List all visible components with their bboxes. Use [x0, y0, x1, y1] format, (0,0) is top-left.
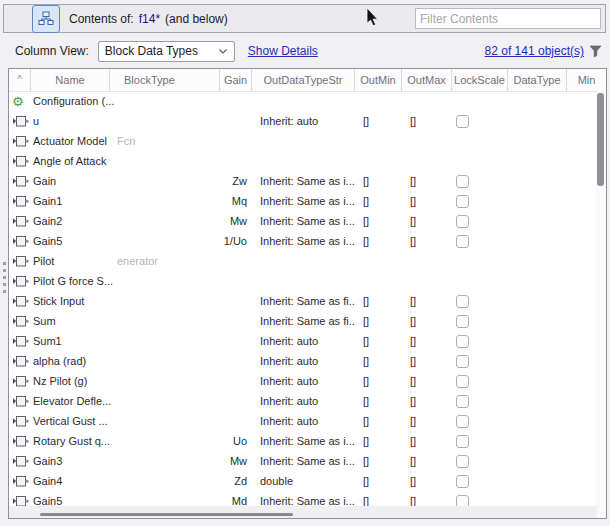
funnel-icon[interactable] [588, 44, 603, 59]
cell-min [567, 231, 597, 251]
cell-out-data-type [252, 251, 355, 271]
table-row[interactable]: uInherit: auto[][] [9, 111, 597, 131]
cell-out-min: [] [355, 231, 402, 251]
column-header-gain[interactable]: Gain [220, 69, 252, 91]
cell-min [567, 471, 597, 491]
column-header-name[interactable]: Name [31, 69, 110, 91]
table-row[interactable]: Rotary Gust q...UoInherit: Same as i...[… [9, 431, 597, 451]
lockscale-checkbox[interactable] [456, 495, 469, 507]
table-row[interactable]: Gain5MdInherit: Same as i...[][] [9, 491, 597, 506]
cell-out-max: [] [402, 171, 452, 191]
cell-data-type [508, 171, 567, 191]
vertical-scrollbar-thumb[interactable] [597, 93, 604, 186]
cell-icon [9, 211, 31, 231]
lockscale-checkbox[interactable] [456, 475, 469, 488]
column-header-min[interactable]: Min [567, 69, 607, 91]
cell-block-type [110, 471, 220, 491]
and-below-label: (and below) [165, 12, 228, 26]
cell-data-type [508, 291, 567, 311]
column-header-lockscale[interactable]: LockScale [452, 69, 508, 91]
cell-data-type [508, 151, 567, 171]
column-header-blocktype[interactable]: BlockType [110, 69, 220, 91]
table-row[interactable]: Gain1MqInherit: Same as i...[][] [9, 191, 597, 211]
lockscale-checkbox[interactable] [456, 355, 469, 368]
horizontal-scrollbar[interactable] [9, 506, 597, 518]
block-icon [12, 115, 29, 128]
lockscale-checkbox[interactable] [456, 295, 469, 308]
table-row[interactable]: SumInherit: Same as fi...[][] [9, 311, 597, 331]
table-row[interactable]: Pilotenerator [9, 251, 597, 271]
cell-gain [220, 111, 252, 131]
lockscale-checkbox[interactable] [456, 215, 469, 228]
lockscale-checkbox[interactable] [456, 415, 469, 428]
cell-name: u [31, 111, 110, 131]
block-icon [12, 135, 29, 148]
cell-data-type [508, 491, 567, 506]
cell-name: Gain2 [31, 211, 110, 231]
cell-min [567, 411, 597, 431]
table-row[interactable]: GainZwInherit: Same as i...[][] [9, 171, 597, 191]
table-row[interactable]: Gain4Zddouble[][] [9, 471, 597, 491]
cell-data-type [508, 131, 567, 151]
cell-data-type [508, 111, 567, 131]
table-row[interactable]: Angle of Attack [9, 151, 597, 171]
table-row[interactable]: Nz Pilot (g)Inherit: auto[][] [9, 371, 597, 391]
cell-out-data-type: Inherit: auto [252, 411, 355, 431]
cell-min [567, 311, 597, 331]
lockscale-checkbox[interactable] [456, 375, 469, 388]
cell-name: Elevator Defle... [31, 391, 110, 411]
table-row[interactable]: Elevator Defle...Inherit: auto[][] [9, 391, 597, 411]
cell-min [567, 331, 597, 351]
cell-out-max: [] [402, 391, 452, 411]
cell-out-data-type: Inherit: Same as i... [252, 491, 355, 506]
filter-contents-input[interactable] [415, 8, 601, 29]
table-row[interactable]: Sum1Inherit: auto[][] [9, 331, 597, 351]
block-icon [12, 315, 29, 328]
table-row[interactable]: Gain3MwInherit: Same as i...[][] [9, 451, 597, 471]
cell-name: Gain1 [31, 191, 110, 211]
cell-out-data-type: Inherit: Same as i... [252, 231, 355, 251]
table-row[interactable]: Stick InputInherit: Same as fi...[][] [9, 291, 597, 311]
block-icon [12, 455, 29, 468]
block-icon [12, 335, 29, 348]
lockscale-checkbox[interactable] [456, 175, 469, 188]
lockscale-checkbox[interactable] [456, 115, 469, 128]
table-row[interactable]: ⚙Configuration (... [9, 91, 597, 111]
splitter-handle[interactable] [2, 262, 7, 298]
table-row[interactable]: Pilot G force S... [9, 271, 597, 291]
column-header-datatype[interactable]: DataType [508, 69, 567, 91]
vertical-scrollbar[interactable] [596, 91, 606, 518]
horizontal-scrollbar-thumb[interactable] [40, 513, 293, 516]
lockscale-checkbox[interactable] [456, 335, 469, 348]
table-row[interactable]: alpha (rad)Inherit: auto[][] [9, 351, 597, 371]
cell-data-type [508, 471, 567, 491]
table-row[interactable]: Vertical Gust ...Inherit: auto[][] [9, 411, 597, 431]
cell-out-max: [] [402, 351, 452, 371]
cell-out-min: [] [355, 191, 402, 211]
column-view-select[interactable]: Block Data Types [98, 41, 235, 62]
cell-name: alpha (rad) [31, 351, 110, 371]
show-details-link[interactable]: Show Details [248, 44, 318, 58]
table-row[interactable]: Gain2MwInherit: Same as i...[][] [9, 211, 597, 231]
lockscale-checkbox[interactable] [456, 395, 469, 408]
column-header-icon[interactable]: ^ [9, 69, 31, 91]
column-header-outmax[interactable]: OutMax [402, 69, 452, 91]
lockscale-checkbox[interactable] [456, 435, 469, 448]
cell-gain [220, 291, 252, 311]
lockscale-checkbox[interactable] [456, 235, 469, 248]
table-row[interactable]: Gain51/UoInherit: Same as i...[][] [9, 231, 597, 251]
cell-min [567, 91, 597, 111]
object-count-link[interactable]: 82 of 141 object(s) [485, 44, 584, 58]
cell-min [567, 111, 597, 131]
table-row[interactable]: Actuator ModelFcn [9, 131, 597, 151]
lockscale-checkbox[interactable] [456, 315, 469, 328]
lockscale-checkbox[interactable] [456, 455, 469, 468]
hierarchy-toggle-button[interactable] [32, 5, 60, 33]
column-header-outdatatypestr[interactable]: OutDataTypeStr [252, 69, 355, 91]
cell-name: Sum [31, 311, 110, 331]
cell-name: Angle of Attack [31, 151, 110, 171]
cell-out-data-type: Inherit: Same as i... [252, 191, 355, 211]
column-header-outmin[interactable]: OutMin [355, 69, 402, 91]
lockscale-checkbox[interactable] [456, 195, 469, 208]
model-name: f14* [139, 12, 160, 26]
